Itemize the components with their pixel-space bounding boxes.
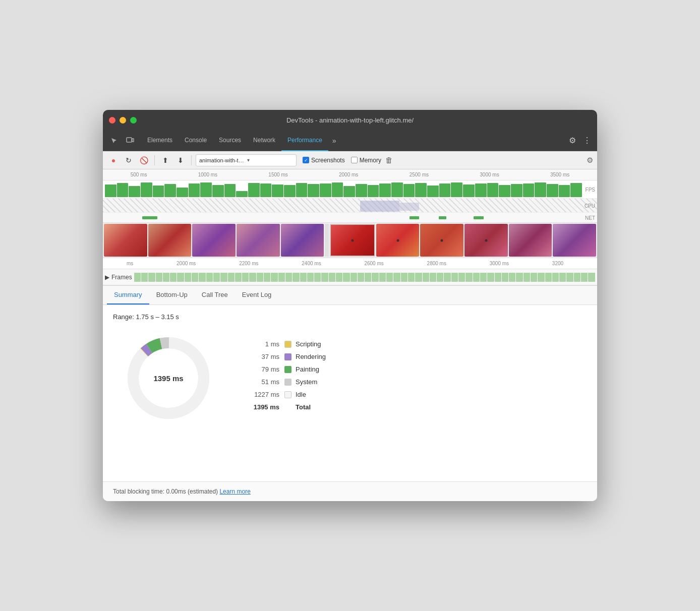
legend-rendering: 37 ms Rendering [244,353,577,360]
maximize-button[interactable] [130,117,137,124]
cursor-icon[interactable] [107,134,121,148]
fps-bar [511,184,522,197]
mini-mark: 2600 ms [364,261,383,266]
screenshot-thumb[interactable] [420,224,463,257]
mini-mark: 2800 ms [427,261,446,266]
net-label: NET [585,215,595,220]
minimize-button[interactable] [120,117,126,124]
frame-bar [401,273,407,282]
gap [325,224,329,257]
tab-event-log[interactable]: Event Log [235,286,279,304]
ruler-mark-2500: 2500 ms [410,172,429,177]
url-dropdown-icon[interactable]: ▾ [247,157,293,163]
frame-bar [314,273,321,282]
scripting-swatch [284,341,291,348]
frame-bar [415,273,422,282]
fps-bar [403,184,415,197]
learn-more-link[interactable]: Learn more [219,488,250,495]
fps-bar [129,186,140,197]
frame-bar [480,273,487,282]
rendering-swatch [284,353,291,360]
net-bar [410,216,420,219]
rendering-ms: 37 ms [244,353,279,360]
tab-elements[interactable]: Elements [141,130,179,151]
screenshot-thumb[interactable] [509,224,552,257]
fps-bar [308,184,319,197]
reload-button[interactable]: ↻ [122,154,135,167]
frame-bar [430,273,436,282]
screenshot-thumb[interactable] [281,224,324,257]
frames-toggle[interactable]: ▶ Frames [105,274,132,281]
donut-total: 1395 ms [153,374,183,383]
frames-label: Frames [111,274,132,281]
screenshots-checkbox[interactable]: ✓ [303,157,309,163]
screenshot-thumb[interactable] [376,224,420,257]
blocking-time-text: Total blocking time: 0.00ms (estimated) [113,488,218,495]
fps-bar [141,182,152,197]
fps-bar [236,191,248,197]
frame-bar [516,273,522,282]
frame-bar [566,273,573,282]
traffic-lights [109,117,137,124]
more-options-icon[interactable]: ⋮ [581,134,593,147]
settings-icon[interactable]: ⚙ [567,134,578,147]
tab-summary[interactable]: Summary [107,286,149,304]
system-ms: 51 ms [244,378,279,386]
fps-bar [320,184,331,197]
capture-settings-button[interactable]: ⚙ [587,156,593,165]
frame-bar [458,273,465,282]
frame-bar [329,273,335,282]
tab-call-tree[interactable]: Call Tree [195,286,235,304]
frame-bar [206,273,213,282]
net-row: NET [103,213,597,223]
frame-bar [264,273,270,282]
screenshot-thumb[interactable] [553,224,596,257]
screenshots-label[interactable]: ✓ Screenshots [303,157,345,164]
memory-label[interactable]: Memory [351,157,381,164]
fps-bar [284,185,296,197]
screenshot-thumb[interactable] [148,224,192,257]
download-button[interactable]: ⬇ [174,154,187,167]
memory-checkbox[interactable] [351,157,358,163]
frame-bar [163,273,169,282]
record-button[interactable]: ● [107,154,120,167]
clear-recording-button[interactable]: 🗑 [385,156,393,164]
cpu-activity [360,201,399,212]
more-tabs-button[interactable]: » [328,137,340,145]
frame-bar [444,273,450,282]
frame-bar [293,273,299,282]
ruler-mark-2000: 2000 ms [339,172,358,177]
screenshot-thumb[interactable] [192,224,236,257]
idle-label: Idle [296,391,306,398]
screenshot-thumb[interactable] [237,224,280,257]
fps-bar [356,184,367,197]
url-display[interactable]: animation-with-top-left... ▾ [196,154,297,166]
frames-row: ▶ Frames [103,269,597,285]
screenshot-thumb-selected[interactable] [330,224,375,257]
close-button[interactable] [109,117,115,124]
svg-rect-1 [132,139,134,142]
screenshot-thumb[interactable] [104,224,147,257]
frame-bar [552,273,559,282]
screenshot-dot [396,239,399,241]
tab-bottom-up[interactable]: Bottom-Up [149,286,195,304]
frame-bar [574,273,580,282]
tab-performance[interactable]: Performance [281,130,328,151]
tab-console[interactable]: Console [179,130,213,151]
screenshot-thumb[interactable] [464,224,508,257]
frame-bar [220,273,227,282]
frame-bar [156,273,162,282]
frame-bar [257,273,263,282]
ruler-mark-500: 500 ms [131,172,147,177]
painting-label: Painting [296,365,319,373]
fps-bar [523,184,535,197]
fps-bar [212,185,224,197]
tab-sources[interactable]: Sources [213,130,247,151]
screenshots-checkbox-group: ✓ Screenshots [303,157,345,164]
clear-button[interactable]: 🚫 [137,154,150,167]
device-icon[interactable] [123,134,137,148]
cpu-activity [399,203,419,211]
upload-button[interactable]: ⬆ [159,154,172,167]
fps-bar [451,182,462,197]
tab-network[interactable]: Network [247,130,281,151]
